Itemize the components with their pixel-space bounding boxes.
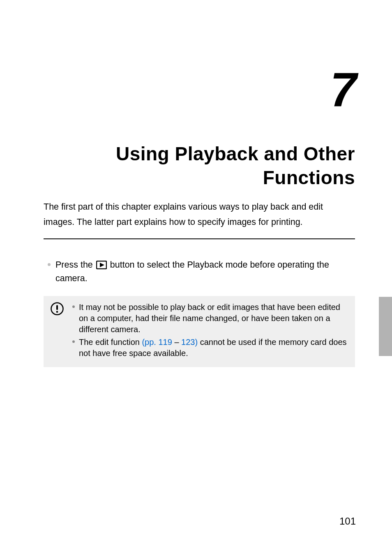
chapter-number: 7 (44, 66, 355, 113)
callout-item-1: It may not be possible to play back or e… (72, 302, 348, 335)
svg-point-4 (56, 311, 58, 313)
page-ref-link-123[interactable]: 123) (181, 338, 198, 347)
press-instruction-row: Press the button to select the Playback … (48, 259, 355, 284)
side-tab (379, 297, 392, 356)
press-instruction: Press the button to select the Playback … (55, 259, 355, 284)
svg-rect-3 (56, 305, 58, 310)
chapter-title: Using Playback and Other Functions (44, 142, 355, 190)
section-divider (44, 238, 355, 239)
caution-icon (50, 302, 64, 317)
svg-marker-1 (100, 263, 104, 267)
page-number: 101 (339, 516, 356, 527)
bullet-icon (48, 263, 51, 266)
callout-box: It may not be possible to play back or e… (44, 296, 355, 367)
page-ref-link-119[interactable]: (pp. 119 (142, 338, 172, 347)
document-page: 7 Using Playback and Other Functions The… (0, 0, 392, 555)
callout-item-2-mid: – (172, 338, 181, 347)
callout-item-2-pre: The edit function (79, 338, 142, 347)
intro-paragraph: The first part of this chapter explains … (44, 199, 355, 229)
press-text-pre: Press the (55, 260, 95, 270)
callout-item-2: The edit function (pp. 119 – 123) cannot… (72, 337, 348, 359)
playback-icon (96, 261, 107, 273)
